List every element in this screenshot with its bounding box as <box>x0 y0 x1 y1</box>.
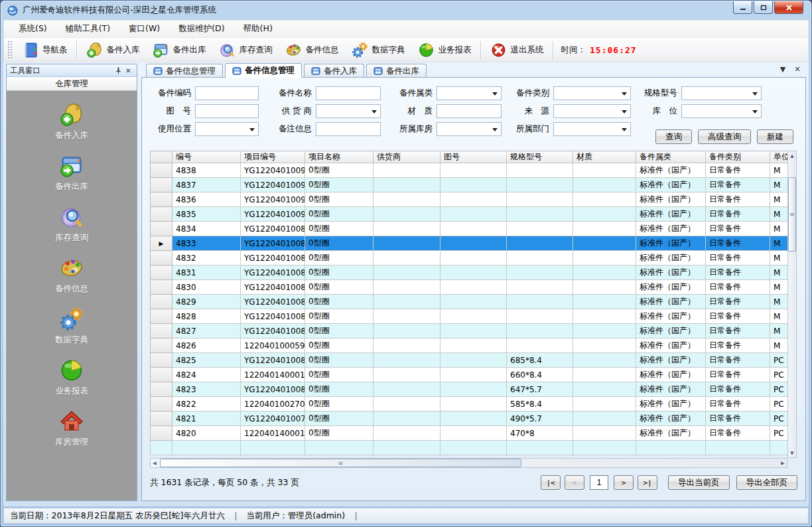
table-row[interactable]: 4830YG122040100850型圈标准件（国产）日常备件M <box>151 280 788 295</box>
table-row[interactable]: 4831YG122040100860型圈标准件（国产）日常备件M <box>151 265 788 280</box>
filter-select-department[interactable] <box>553 122 631 136</box>
table-row[interactable]: ▶4833YG122040100880型圈标准件（国产）日常备件M <box>151 236 788 251</box>
grid-horizontal-scrollbar[interactable]: ◀ ▶ <box>150 458 787 468</box>
tab-list-dropdown-icon[interactable]: ▼ <box>778 64 787 74</box>
filter-select-part-attr-category[interactable] <box>437 86 502 100</box>
filter-select-supplier[interactable] <box>316 104 381 118</box>
query-button[interactable]: 查询 <box>655 129 692 144</box>
close-tab-icon[interactable]: ✕ <box>793 64 802 74</box>
sidebar-item-data-dictionary[interactable]: 数据字典 <box>7 303 137 348</box>
filter-input-drawing-no[interactable] <box>195 104 259 118</box>
inventory-query-button[interactable]: 库存查询 <box>212 39 279 61</box>
filter-select-storage-bin[interactable] <box>681 104 762 118</box>
table-row[interactable]: 4835YG122040100900型圈标准件（国产）日常备件M <box>151 207 788 222</box>
advanced-query-button[interactable]: 高级查询 <box>698 129 751 144</box>
sidebar-item-stock-out[interactable]: 备件出库 <box>7 150 137 195</box>
business-report-button[interactable]: 业务报表 <box>411 39 478 61</box>
column-header[interactable]: 规格型号 <box>507 151 573 163</box>
tab-stock-in[interactable]: 备件入库 <box>304 64 364 78</box>
row-header-cell <box>151 353 172 368</box>
sidebar-item-stock-in[interactable]: 备件入库 <box>7 99 137 144</box>
table-row[interactable]: 4834YG122040100890型圈标准件（国产）日常备件M <box>151 222 788 236</box>
next-page-button[interactable]: > <box>614 475 634 490</box>
vscroll-thumb[interactable] <box>788 177 796 252</box>
scroll-right-icon[interactable]: ▶ <box>779 459 787 467</box>
export-current-page-button[interactable]: 导出当前页 <box>668 475 730 490</box>
grid-vertical-scrollbar[interactable]: ▲ ▼ <box>787 151 797 458</box>
filter-select-part-category[interactable] <box>553 86 631 100</box>
stock-in-button[interactable]: 备件入库 <box>80 39 146 61</box>
filter-input-part-name[interactable] <box>316 86 381 100</box>
menu-system[interactable]: 系统(S) <box>9 21 56 37</box>
exit-system-button[interactable]: 退出系统 <box>484 39 550 61</box>
tab-stock-out[interactable]: 备件出库 <box>366 64 427 78</box>
first-page-button[interactable]: |< <box>541 475 561 490</box>
column-header[interactable]: 项目编号 <box>241 151 305 163</box>
table-row[interactable]: 482612204010005990型圈标准件（国产）日常备件M <box>151 339 788 353</box>
table-row[interactable]: 4832YG122040100870型圈标准件（国产）日常备件M <box>151 251 788 265</box>
filter-select-usage-location[interactable] <box>195 122 259 136</box>
filter-input-field-material[interactable] <box>437 106 501 119</box>
tool-window-close-icon[interactable]: ✕ <box>123 66 133 75</box>
sidebar-item-business-report[interactable]: 业务报表 <box>7 354 137 400</box>
window-controls <box>732 1 803 14</box>
sidebar-item-warehouse-management[interactable]: 库房管理 <box>7 406 137 451</box>
page-number-input[interactable] <box>590 475 608 490</box>
export-all-pages-button[interactable]: 导出全部页 <box>736 475 798 490</box>
sidebar-item-parts-info[interactable]: 备件信息 <box>7 252 137 297</box>
filter-input-field-part-code[interactable] <box>196 88 258 101</box>
stock-out-button[interactable]: 备件出库 <box>146 39 212 61</box>
data-dictionary-button[interactable]: 数据字典 <box>345 39 411 61</box>
table-row[interactable]: 4837YG122040100920型圈标准件（国产）日常备件M <box>151 178 788 192</box>
column-header[interactable]: 编号 <box>172 151 241 163</box>
column-header[interactable]: 材质 <box>573 151 636 163</box>
close-button[interactable] <box>774 1 803 14</box>
filter-select-source[interactable] <box>553 104 631 118</box>
table-row[interactable]: 482412204014000120型圈660*8.4标准件（国产）日常备件PC <box>151 368 788 382</box>
table-row[interactable]: 4825YG122040100810型圈685*8.4标准件（国产）日常备件PC <box>151 353 788 368</box>
tab-parts-info-management-2[interactable]: 备件信息管理 <box>225 63 302 78</box>
new-button[interactable]: 新建 <box>757 129 793 144</box>
toolbar-grip[interactable] <box>8 41 13 58</box>
table-row[interactable]: 4836YG122040100910型圈标准件（国产）日常备件M <box>151 192 788 207</box>
column-header[interactable]: 备件类别 <box>706 151 770 163</box>
filter-input-field-remark[interactable] <box>316 124 380 137</box>
table-row[interactable]: 482212204010027000型圈585*8.4标准件（国产）日常备件PC <box>151 397 788 412</box>
column-header[interactable]: 供货商 <box>373 151 440 163</box>
table-row[interactable]: 4823YG122040100800型圈647*5.7标准件（国产）日常备件PC <box>151 382 788 397</box>
menu-aux-tools[interactable]: 辅助工具(T) <box>56 21 119 37</box>
menu-window[interactable]: 窗口(W) <box>119 21 169 37</box>
scroll-down-icon[interactable]: ▼ <box>788 449 796 457</box>
last-page-button[interactable]: >| <box>638 475 657 490</box>
filter-select-spec-model[interactable] <box>681 86 762 100</box>
table-row[interactable]: 4829YG122040100840型圈标准件（国产）日常备件M <box>151 295 788 309</box>
scroll-up-icon[interactable]: ▲ <box>788 151 796 160</box>
minimize-button[interactable] <box>733 1 752 14</box>
column-header[interactable]: 备件属类 <box>636 151 706 163</box>
tab-parts-info-management-1[interactable]: 备件信息管理 <box>146 64 223 78</box>
menu-help[interactable]: 帮助(H) <box>234 21 282 37</box>
table-row[interactable]: 4838YG122040100930型圈标准件（国产）日常备件M <box>151 163 788 178</box>
column-header[interactable]: 项目名称 <box>305 151 373 163</box>
scroll-left-icon[interactable]: ◀ <box>151 459 159 467</box>
filter-input-field-part-name[interactable] <box>316 88 380 101</box>
filter-input-material[interactable] <box>437 104 502 118</box>
column-header[interactable]: 单位 <box>770 151 788 163</box>
column-header[interactable]: 图号 <box>440 151 507 163</box>
filter-input-part-code[interactable] <box>195 86 259 100</box>
table-row[interactable]: 482012204014000130型圈470*8标准件（国产）日常备件PC <box>151 426 788 441</box>
pin-icon[interactable] <box>113 66 123 75</box>
table-row[interactable]: 4828YG122040100830型圈标准件（国产）日常备件M <box>151 309 788 324</box>
sidebar-item-inventory-query[interactable]: 库存查询 <box>7 201 137 246</box>
navbar-button[interactable]: 导航条 <box>15 39 74 61</box>
filter-input-field-drawing-no[interactable] <box>196 106 258 119</box>
filter-input-remark[interactable] <box>316 122 381 136</box>
previous-page-button[interactable]: < <box>565 475 584 490</box>
parts-info-button[interactable]: 备件信息 <box>279 39 345 61</box>
filter-select-warehouse[interactable] <box>437 122 502 136</box>
table-row[interactable]: 4827YG122040100820型圈标准件（国产）日常备件M <box>151 324 788 339</box>
menu-data-maintenance[interactable]: 数据维护(D) <box>169 21 234 37</box>
table-row[interactable]: 4821YG122040100790型圈490*5.7标准件（国产）日常备件PC <box>151 412 788 426</box>
maximize-button[interactable] <box>754 1 773 14</box>
hscroll-thumb[interactable] <box>160 459 521 467</box>
